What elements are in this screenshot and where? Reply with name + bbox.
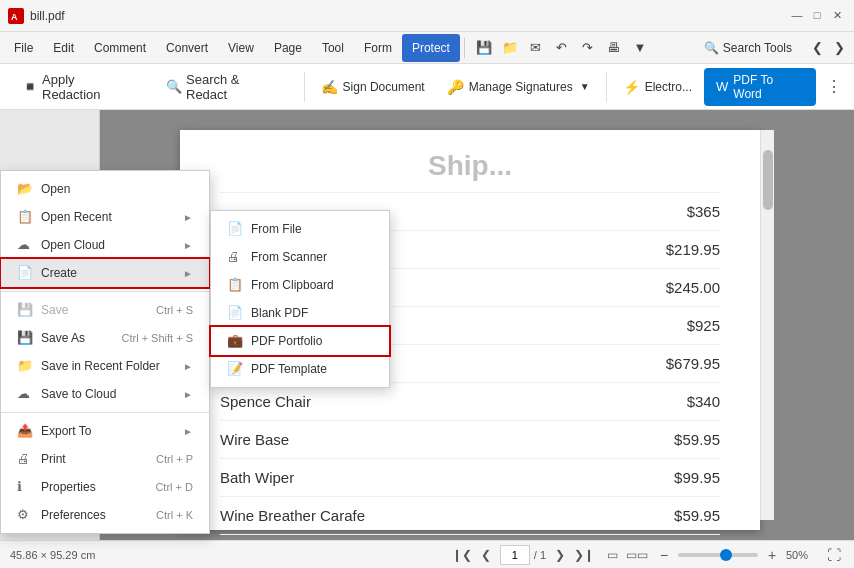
more-btn[interactable]: ⋮: [822, 77, 846, 96]
first-page-btn[interactable]: ❙❮: [452, 545, 472, 565]
email-icon-btn[interactable]: ✉: [525, 37, 547, 59]
menu-comment[interactable]: Comment: [84, 34, 156, 62]
search-icon: 🔍: [704, 41, 719, 55]
pdf-to-word-btn[interactable]: W PDF To Word: [704, 68, 816, 106]
zoom-thumb: [720, 549, 732, 561]
scroll-thumb[interactable]: [763, 150, 773, 210]
menu-edit[interactable]: Edit: [43, 34, 84, 62]
menu-item-export[interactable]: 📤 Export To ►: [1, 417, 209, 445]
menu-item-preferences[interactable]: ⚙ Preferences Ctrl + K: [1, 501, 209, 529]
two-page-view-btn[interactable]: ▭▭: [626, 545, 646, 565]
menu-item-open-recent[interactable]: 📋 Open Recent ►: [1, 203, 209, 231]
next-page-btn[interactable]: ❯: [550, 545, 570, 565]
undo-icon-btn[interactable]: ↶: [551, 37, 573, 59]
menu-file[interactable]: File: [4, 34, 43, 62]
menu-protect[interactable]: Protect: [402, 34, 460, 62]
search-tools-button[interactable]: 🔍 Search Tools: [694, 38, 802, 58]
menu-item-save[interactable]: 💾 Save Ctrl + S: [1, 296, 209, 324]
mark-redaction-icon: ◾: [22, 79, 38, 94]
save-as-shortcut: Ctrl + Shift + S: [121, 332, 193, 344]
submenu-pdf-template[interactable]: 📝 PDF Template: [211, 355, 389, 383]
menu-item-properties[interactable]: ℹ Properties Ctrl + D: [1, 473, 209, 501]
print-icon-btn[interactable]: 🖶: [603, 37, 625, 59]
save-cloud-icon: ☁: [17, 386, 33, 402]
save-icon-btn[interactable]: 💾: [473, 37, 495, 59]
menu-page[interactable]: Page: [264, 34, 312, 62]
page-total: / 1: [534, 549, 546, 561]
open-cloud-icon: ☁: [17, 237, 33, 253]
dropdown-sep-1: [1, 291, 209, 292]
electro-btn[interactable]: ⚡ Electro...: [613, 70, 702, 104]
menu-item-print[interactable]: 🖨 Print Ctrl + P: [1, 445, 209, 473]
nav-fwd-btn[interactable]: ❯: [828, 37, 850, 59]
sign-document-btn[interactable]: ✍ Sign Document: [311, 70, 435, 104]
nav-back-btn[interactable]: ❮: [806, 37, 828, 59]
open-icon-btn[interactable]: 📁: [499, 37, 521, 59]
submenu-from-file[interactable]: 📄 From File: [211, 215, 389, 243]
menu-item-save-as[interactable]: 💾 Save As Ctrl + Shift + S: [1, 324, 209, 352]
create-submenu: 📄 From File 🖨 From Scanner 📋 From Clipbo…: [210, 210, 390, 388]
submenu-blank-pdf[interactable]: 📄 Blank PDF: [211, 299, 389, 327]
menu-item-open-cloud[interactable]: ☁ Open Cloud ►: [1, 231, 209, 259]
scroll-track[interactable]: [760, 130, 774, 520]
fullscreen-btn[interactable]: ⛶: [824, 545, 844, 565]
properties-shortcut: Ctrl + D: [155, 481, 193, 493]
export-icon: 📤: [17, 423, 33, 439]
menu-item-create[interactable]: 📄 Create ►: [1, 259, 209, 287]
preferences-shortcut: Ctrl + K: [156, 509, 193, 521]
tab-search-redact[interactable]: 🔍 Search & Redact: [152, 67, 298, 107]
menu-convert[interactable]: Convert: [156, 34, 218, 62]
preferences-icon: ⚙: [17, 507, 33, 523]
window-title: bill.pdf: [30, 9, 846, 23]
open-recent-icon: 📋: [17, 209, 33, 225]
print-shortcut: Ctrl + P: [156, 453, 193, 465]
save-recent-icon: 📁: [17, 358, 33, 374]
redo-icon-btn[interactable]: ↷: [577, 37, 599, 59]
dropdown-sep-2: [1, 412, 209, 413]
page-input[interactable]: [500, 545, 530, 565]
zoom-slider[interactable]: [678, 553, 758, 557]
file-dropdown-menu: 📂 Open 📋 Open Recent ► ☁ Open Cloud ► 📄 …: [0, 170, 210, 534]
status-bar: 45.86 × 95.29 cm ❙❮ ❮ / 1 ❯ ❯❙ ▭ ▭▭ − + …: [0, 540, 854, 568]
arrow-right-icon5: ►: [183, 389, 193, 400]
zoom-in-btn[interactable]: +: [762, 545, 782, 565]
manage-signatures-btn[interactable]: 🔑 Manage Signatures ▼: [437, 70, 600, 104]
maximize-button[interactable]: □: [808, 6, 826, 24]
window-controls: — □ ✕: [788, 6, 846, 24]
table-row-bathwiper: Bath Wiper $99.95: [220, 459, 720, 497]
open-file-icon: 📂: [17, 181, 33, 197]
table-row-spence: Spence Chair $340: [220, 383, 720, 421]
signatures-icon: 🔑: [447, 79, 464, 95]
submenu-pdf-portfolio[interactable]: 💼 PDF Portfolio: [211, 327, 389, 355]
submenu-from-scanner[interactable]: 🖨 From Scanner: [211, 243, 389, 271]
create-icon: 📄: [17, 265, 33, 281]
menu-item-open[interactable]: 📂 Open: [1, 175, 209, 203]
single-page-view-btn[interactable]: ▭: [602, 545, 622, 565]
print-menu-icon: 🖨: [17, 451, 33, 467]
zoom-out-btn[interactable]: −: [654, 545, 674, 565]
zoom-controls: − + 50%: [654, 545, 816, 565]
close-button[interactable]: ✕: [828, 6, 846, 24]
dimensions-text: 45.86 × 95.29 cm: [10, 549, 95, 561]
menu-item-save-recent[interactable]: 📁 Save in Recent Folder ►: [1, 352, 209, 380]
table-row-wine: Wine Breather Carafe $59.95: [220, 497, 720, 535]
submenu-from-clipboard[interactable]: 📋 From Clipboard: [211, 271, 389, 299]
word-icon: W: [716, 79, 728, 94]
prev-page-btn[interactable]: ❮: [476, 545, 496, 565]
tab-apply-redaction[interactable]: ◾ Apply Redaction: [8, 67, 150, 107]
ribbon-sep-1: [304, 72, 305, 102]
dropdown-icon-btn[interactable]: ▼: [629, 37, 651, 59]
electro-icon: ⚡: [623, 79, 640, 95]
menu-item-save-cloud[interactable]: ☁ Save to Cloud ►: [1, 380, 209, 408]
last-page-btn[interactable]: ❯❙: [574, 545, 594, 565]
minimize-button[interactable]: —: [788, 6, 806, 24]
from-scanner-icon: 🖨: [227, 249, 243, 265]
properties-icon: ℹ: [17, 479, 33, 495]
from-clipboard-icon: 📋: [227, 277, 243, 293]
save-as-icon: 💾: [17, 330, 33, 346]
menu-tool[interactable]: Tool: [312, 34, 354, 62]
menu-form[interactable]: Form: [354, 34, 402, 62]
blank-pdf-icon: 📄: [227, 305, 243, 321]
menu-view[interactable]: View: [218, 34, 264, 62]
save-icon: 💾: [17, 302, 33, 318]
